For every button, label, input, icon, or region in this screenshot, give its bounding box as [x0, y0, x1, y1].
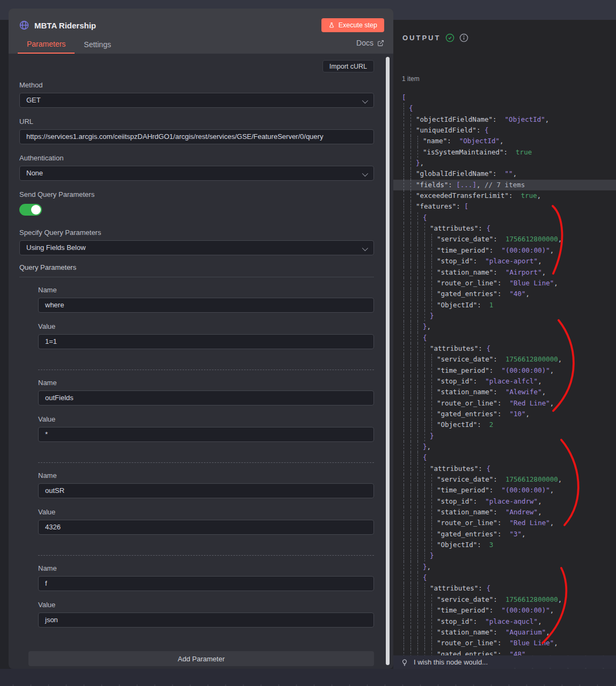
json-line[interactable]: } — [398, 550, 616, 561]
json-line[interactable]: "route_or_line": "Blue Line", — [398, 278, 616, 289]
json-line[interactable]: "stop_id": "place-aqucl", — [398, 616, 616, 627]
import-curl-button[interactable]: Import cURL — [322, 60, 374, 72]
json-token-k: "gated_entries" — [437, 290, 497, 298]
json-line[interactable]: "gated_entries": "10", — [398, 409, 616, 419]
json-line[interactable]: "objectIdFieldName": "ObjectId", — [398, 114, 616, 125]
json-line[interactable]: }, — [398, 158, 616, 168]
json-line[interactable]: "time_period": "(00:00:00)", — [398, 605, 616, 616]
tab-parameters[interactable]: Parameters — [18, 35, 75, 54]
json-line[interactable]: "attributes": { — [398, 463, 616, 474]
json-line[interactable]: "route_or_line": "Red Line", — [398, 518, 616, 528]
param-value-label: Value — [38, 415, 374, 423]
json-line[interactable]: "isSystemMaintained": true — [398, 147, 616, 158]
json-line[interactable]: "uniqueIdField": { — [398, 125, 616, 136]
json-line[interactable]: { — [398, 333, 616, 343]
json-token-p: : — [489, 486, 502, 494]
indent-guide — [410, 212, 411, 223]
param-name-input[interactable]: outSR — [38, 483, 374, 498]
send-query-parameters-toggle[interactable] — [19, 204, 42, 216]
json-line[interactable]: "gated_entries": "48", — [398, 649, 616, 655]
docs-link[interactable]: Docs — [356, 35, 384, 54]
tab-settings[interactable]: Settings — [75, 35, 120, 54]
indent-guide — [431, 419, 432, 430]
specify-query-parameters-select[interactable]: Using Fields Below — [19, 240, 374, 255]
json-line[interactable]: "features": [ — [398, 201, 616, 212]
execute-step-button[interactable]: Execute step — [321, 18, 384, 32]
json-line[interactable]: "exceededTransferLimit": true, — [398, 190, 616, 201]
json-line[interactable]: { — [398, 452, 616, 463]
indent-guide — [431, 387, 432, 397]
indent-guide — [424, 507, 425, 518]
json-line[interactable]: "route_or_line": "Blue Line", — [398, 638, 616, 648]
json-line[interactable]: "name": "ObjectId", — [398, 136, 616, 146]
json-line[interactable]: "globalIdFieldName": "", — [398, 168, 616, 179]
json-token-b: { — [486, 464, 490, 473]
json-line[interactable]: } — [398, 311, 616, 321]
method-select[interactable]: GET — [19, 93, 374, 108]
authentication-select[interactable]: None — [19, 166, 374, 181]
info-icon[interactable] — [459, 33, 468, 42]
parameter-separator — [38, 555, 374, 556]
json-line[interactable]: "service_date": 1756612800000, — [398, 354, 616, 365]
indent-guide — [404, 616, 404, 627]
json-line[interactable]: }, — [398, 321, 616, 332]
param-name-input[interactable]: f — [38, 576, 374, 591]
json-line[interactable]: "station_name": "Andrew", — [398, 507, 616, 518]
json-line[interactable]: { — [398, 103, 616, 114]
json-line[interactable]: [ — [398, 92, 616, 103]
node-details-panel: MBTA Ridership Execute step Parameters S… — [9, 9, 393, 669]
indent-guide — [410, 136, 411, 146]
add-parameter-button[interactable]: Add Parameter — [28, 651, 374, 666]
json-line[interactable]: "station_name": "Aquarium", — [398, 627, 616, 638]
url-input[interactable]: https://services1.arcgis.com/ceiitspzDAH… — [19, 129, 374, 144]
json-line[interactable]: "ObjectId": 2 — [398, 419, 616, 430]
json-line[interactable]: "time_period": "(00:00:00)", — [398, 485, 616, 496]
indent-guide — [410, 496, 411, 507]
indent-guide — [404, 419, 404, 430]
param-name-input[interactable]: outFields — [38, 390, 374, 405]
indent-guide — [417, 278, 418, 289]
json-line[interactable]: { — [398, 572, 616, 583]
indent-guide — [410, 147, 411, 158]
json-line[interactable]: }, — [398, 562, 616, 572]
json-line[interactable]: "gated_entries": "40", — [398, 289, 616, 299]
param-name-input[interactable]: where — [38, 298, 374, 313]
json-token-k: "ObjectId" — [437, 421, 477, 429]
json-line[interactable]: "attributes": { — [398, 343, 616, 354]
json-line[interactable]: "time_period": "(00:00:00)", — [398, 245, 616, 256]
indent-guide — [424, 649, 425, 655]
json-line[interactable]: "gated_entries": "3", — [398, 529, 616, 540]
json-line[interactable]: "service_date": 1756612800000, — [398, 474, 616, 485]
json-line[interactable]: "service_date": 1756612800000, — [398, 594, 616, 605]
json-line[interactable]: "route_or_line": "Red Line", — [398, 398, 616, 409]
json-token-n: true — [516, 148, 532, 156]
param-value-label: Value — [38, 508, 374, 516]
json-line[interactable]: } — [398, 431, 616, 441]
indent-guide — [424, 365, 425, 376]
json-token-p: , — [538, 377, 542, 385]
indent-guide — [404, 485, 404, 496]
indent-guide — [410, 452, 411, 463]
json-line[interactable]: "station_name": "Alewife", — [398, 387, 616, 397]
json-line-collapsed-fields[interactable]: "fields": [...], // 7 items — [398, 180, 616, 190]
json-line[interactable]: "ObjectId": 1 — [398, 300, 616, 311]
panel-scrollbar[interactable] — [386, 57, 390, 665]
json-line[interactable]: "attributes": { — [398, 223, 616, 234]
json-line[interactable]: "stop_id": "place-alfcl", — [398, 376, 616, 387]
node-feedback-bar[interactable]: I wish this node would... — [393, 655, 616, 669]
json-line[interactable]: "ObjectId": 3 — [398, 540, 616, 550]
json-line[interactable]: "attributes": { — [398, 583, 616, 594]
json-line[interactable]: }, — [398, 441, 616, 452]
param-value-input[interactable]: 4326 — [38, 520, 374, 535]
json-line[interactable]: { — [398, 212, 616, 223]
json-line[interactable]: "time_period": "(00:00:00)", — [398, 365, 616, 376]
output-json-tree[interactable]: [{"objectIdFieldName": "ObjectId","uniqu… — [398, 92, 616, 655]
indent-guide — [410, 562, 411, 572]
json-line[interactable]: "station_name": "Airport", — [398, 267, 616, 278]
json-line[interactable]: "stop_id": "place-aport", — [398, 256, 616, 267]
param-value-input[interactable]: 1=1 — [38, 334, 374, 349]
json-line[interactable]: "stop_id": "place-andrw", — [398, 496, 616, 507]
param-value-input[interactable]: * — [38, 427, 374, 442]
param-value-input[interactable]: json — [38, 613, 374, 628]
json-line[interactable]: "service_date": 1756612800000, — [398, 234, 616, 245]
